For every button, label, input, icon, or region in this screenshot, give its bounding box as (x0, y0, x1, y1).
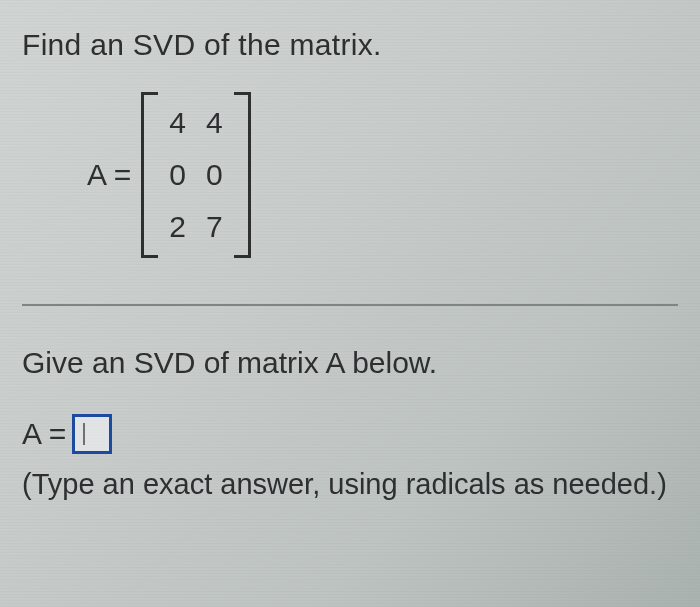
bracket-right-icon (235, 92, 251, 258)
answer-label: A = (22, 417, 66, 451)
answer-prompt: Give an SVD of matrix A below. (22, 346, 678, 380)
bracket-left-icon (141, 92, 157, 258)
matrix-cell: 0 (169, 158, 186, 192)
answer-input[interactable] (72, 414, 112, 454)
matrix-definition: A = 4 4 0 0 2 7 (87, 92, 678, 258)
answer-row: A = (22, 414, 678, 454)
matrix-cell: 4 (169, 106, 186, 140)
problem-prompt: Find an SVD of the matrix. (22, 28, 678, 62)
matrix-cell: 2 (169, 210, 186, 244)
matrix-cell: 7 (206, 210, 223, 244)
matrix-brackets: 4 4 0 0 2 7 (141, 92, 250, 258)
matrix-cell: 4 (206, 106, 223, 140)
answer-hint: (Type an exact answer, using radicals as… (22, 468, 678, 501)
problem-container: Find an SVD of the matrix. A = 4 4 0 0 2… (0, 0, 700, 607)
matrix-cell: 0 (206, 158, 223, 192)
matrix-label: A = (87, 158, 131, 192)
divider (22, 304, 678, 306)
matrix-grid: 4 4 0 0 2 7 (157, 92, 234, 258)
